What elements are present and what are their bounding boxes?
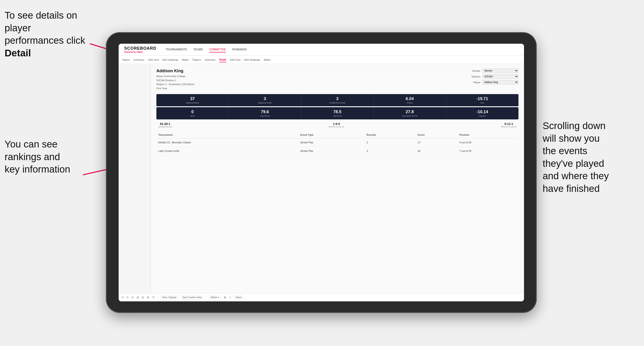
avg-score-value: 79.6 — [230, 110, 299, 114]
nav-items: TOURNAMENTS TEAMS COMMITTEE RANKINGS — [166, 47, 247, 52]
sub-nav-teams[interactable]: Teams — [122, 57, 130, 62]
national-rank-value: 37 — [158, 96, 227, 101]
adj-score-value: 78.5 — [303, 110, 372, 114]
division-select[interactable]: NJCAA I — [482, 74, 518, 79]
sub-nav-matrix2[interactable]: Matrix — [264, 57, 271, 62]
score-1: 17 — [416, 138, 458, 147]
record-top25-value: 1-5-0 — [329, 122, 344, 126]
stat-avg-score-par: 27.8 Avg Score to Par — [374, 107, 446, 119]
refresh-icon[interactable]: ⟳ — [132, 296, 134, 299]
stat-conference-rank: 3 Conference Rank — [301, 94, 374, 106]
regional-rank-value: 3 — [230, 96, 299, 101]
avg-score-label: Avg Score — [230, 115, 299, 117]
sub-nav: Teams Summary H2H Grid H2H Heatmap Matri… — [118, 56, 524, 64]
sub-nav-detail[interactable]: Detail — [219, 57, 226, 62]
table-row[interactable]: Lady Coyote Invite Stroke Play 2 16 7 ou… — [156, 147, 518, 155]
sub-nav-h2h-grid[interactable]: H2H Grid — [148, 57, 158, 62]
sub-nav-h2h-heatmap2[interactable]: H2H Heatmap — [244, 57, 260, 62]
annotation-r-6: have finished — [543, 183, 600, 194]
redo-icon[interactable]: ↻ — [126, 296, 129, 299]
avg-score-par-label: Avg Score to Par — [376, 115, 444, 117]
expand-icon[interactable]: ⤢ — [229, 296, 231, 299]
th-position: Position — [458, 132, 518, 138]
bottom-toolbar: ↺ ↻ ⟳ ⊞ ⊟ ⚙ ⏱ View: Original Save Custom… — [118, 293, 524, 301]
clock-icon[interactable]: ⏱ — [152, 296, 155, 299]
stats-grid-row1: 37 National Rank 3 Regional Rank 3 Confe… — [156, 94, 518, 106]
annotation-top-left-text: To see details on player performances cl… — [4, 10, 85, 46]
division-control: Division NJCAA I — [468, 74, 518, 79]
grid-icon[interactable]: ⊞ — [136, 296, 139, 299]
undo-icon[interactable]: ↺ — [122, 296, 124, 299]
nav-committee[interactable]: COMMITTEE — [209, 47, 226, 52]
stat-regional-rank: 3 Regional Rank — [229, 94, 301, 106]
annotation-bl-3: key information — [4, 164, 70, 174]
player-controls: Gender Women Division NJCAA I — [468, 69, 518, 90]
sub-nav-h2h-heatmap[interactable]: H2H Heatmap — [162, 57, 178, 62]
watch-btn[interactable]: Watch ▾ — [209, 295, 221, 300]
sub-nav-h2h-grid2[interactable]: H2H Grid — [230, 57, 240, 62]
points-value: 6.04 — [376, 96, 444, 101]
annotation-r-3: the events — [543, 145, 587, 156]
annotation-right: Scrolling down will show you the events … — [543, 120, 640, 195]
player-select[interactable]: Addison King — [482, 80, 518, 84]
player-header: Addison King Mesa Community College NJCA… — [156, 69, 518, 90]
nav-rankings[interactable]: RANKINGS — [232, 47, 247, 52]
position-2: 7 out of 20 — [458, 147, 518, 155]
record-top25-label: Record vs top 25 — [329, 126, 344, 128]
wins-value: 0 — [158, 110, 227, 114]
sub-nav-players[interactable]: Players — [192, 57, 201, 62]
th-rounds: Rounds — [364, 132, 416, 138]
minus-icon[interactable]: ⊟ — [142, 296, 144, 299]
event-type-2: Stroke Play — [298, 147, 365, 155]
player-year: First Year — [156, 87, 167, 90]
avg-score-par-value: 27.8 — [376, 110, 444, 114]
annotation-top-left: To see details on player performances cl… — [4, 9, 92, 59]
table-header-row: Tournament Event Type Rounds Score Posit… — [156, 132, 518, 138]
top-nav: SCOREBOARD Powered by clippd TOURNAMENTS… — [118, 44, 524, 56]
stat-adj-score: 78.5 Adj Score — [301, 107, 374, 119]
wins-label: Wins — [158, 115, 227, 117]
sub-nav-summary2[interactable]: Summary — [205, 57, 216, 62]
annotation-bottom-left: You can see rankings and key information — [4, 138, 83, 176]
annotation-bl-1: You can see — [4, 139, 58, 150]
gender-control: Gender Women — [468, 69, 518, 73]
player-label: Player — [468, 81, 480, 84]
th-score: Score — [416, 132, 458, 138]
toolbar-separator — [158, 295, 158, 300]
annotation-bl-2: rankings and — [4, 151, 60, 162]
right-content: Addison King Mesa Community College NJCA… — [151, 64, 524, 293]
annotation-detail-bold: Detail — [4, 48, 31, 58]
annotation-r-1: Scrolling down — [543, 120, 606, 131]
view-original-btn[interactable]: View: Original — [160, 295, 178, 300]
sub-nav-summary[interactable]: Summary — [133, 57, 144, 62]
rounds-2: 2 — [364, 147, 416, 155]
stat-wins: 0 Wins — [156, 107, 229, 119]
settings-icon[interactable]: ⚙ — [147, 296, 149, 299]
stat-avg-score: 79.6 Avg Score — [229, 107, 301, 119]
overall-record-value: 91-20-1 — [158, 122, 172, 126]
table-row[interactable]: Estella CC- Mountain Classic Stroke Play… — [156, 138, 518, 147]
monitor-icon[interactable]: 🖥 — [224, 296, 226, 299]
record-row: 91-20-1 Overall Record 1-5-0 Record vs t… — [156, 122, 518, 128]
main-content: Addison King Mesa Community College NJCA… — [118, 64, 524, 293]
save-custom-view-btn[interactable]: Save Custom View — [181, 295, 204, 300]
overall-record: 91-20-1 Overall Record — [158, 122, 172, 128]
nav-teams[interactable]: TEAMS — [193, 47, 203, 52]
player-division: NJCAA Division 1 — [156, 79, 176, 82]
gender-label: Gender — [468, 69, 480, 72]
sos-label: SoS — [448, 102, 517, 104]
regional-rank-label: Regional Rank — [230, 102, 299, 104]
share-btn[interactable]: Share — [234, 295, 244, 300]
points-label: Points — [376, 102, 444, 104]
nav-tournaments[interactable]: TOURNAMENTS — [166, 47, 187, 52]
rounds-1: 2 — [364, 138, 416, 147]
annotation-r-2: will show you — [543, 133, 600, 144]
stat-avg-sg: -10.14 Avg SG — [446, 107, 518, 119]
tournament-name-1: Estella CC- Mountain Classic — [156, 138, 298, 147]
logo-scoreboard: SCOREBOARD — [124, 46, 156, 51]
stat-national-rank: 37 National Rank — [156, 94, 229, 106]
stat-sos: -19.71 SoS — [446, 94, 518, 106]
national-rank-label: National Rank — [158, 102, 227, 104]
sub-nav-matrix[interactable]: Matrix — [182, 57, 189, 62]
gender-select[interactable]: Women — [482, 69, 518, 73]
